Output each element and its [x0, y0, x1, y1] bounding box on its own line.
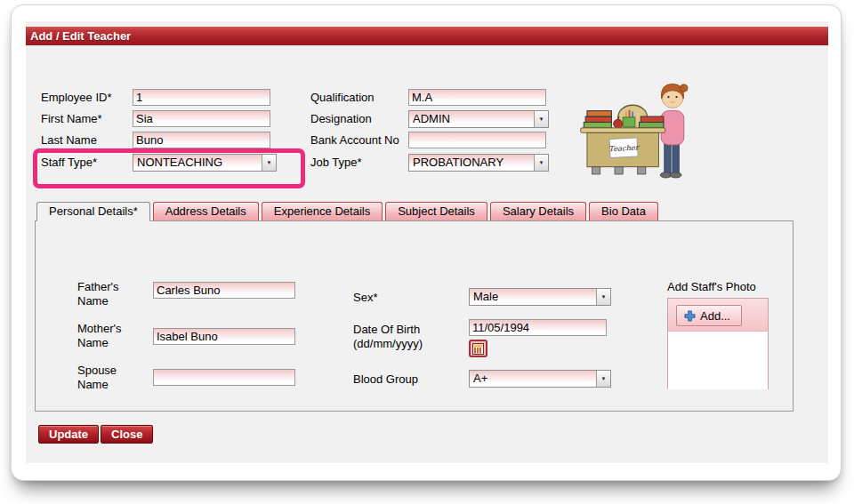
spouse-name-field[interactable] [153, 369, 295, 386]
mothers-name-label: Mother's Name [77, 322, 134, 350]
form-page: Add / Edit Teacher Employee ID* First Na… [26, 21, 828, 463]
personal-details-panel: Father's Name Mother's Name Spouse Name … [35, 220, 794, 412]
chevron-down-icon[interactable]: ▼ [262, 155, 276, 171]
mothers-name-field[interactable] [153, 328, 295, 345]
tab-address-details[interactable]: Address Details [153, 202, 259, 220]
last-name-field[interactable] [133, 132, 270, 148]
tab-subject-details[interactable]: Subject Details [385, 202, 487, 220]
app-window: Add / Edit Teacher Employee ID* First Na… [11, 4, 842, 481]
chevron-down-icon[interactable]: ▼ [534, 111, 548, 127]
add-photo-button[interactable]: Add... [676, 305, 742, 326]
staff-type-label: Staff Type* [41, 156, 97, 170]
spouse-name-label: Spouse Name [77, 364, 134, 392]
job-type-label: Job Type* [310, 156, 362, 170]
photo-panel-header: Add... [668, 299, 768, 332]
staff-type-select[interactable]: NONTEACHING ▼ [133, 154, 277, 172]
designation-select[interactable]: ADMIN ▼ [408, 110, 549, 128]
qualification-label: Qualification [310, 91, 375, 105]
update-button[interactable]: Update [38, 425, 99, 444]
plus-icon [684, 310, 696, 322]
teacher-clipart-image: Teacher [577, 71, 691, 181]
sex-select[interactable]: Male ▼ [469, 288, 611, 306]
fathers-name-label: Father's Name [77, 280, 134, 308]
bank-account-field[interactable] [408, 132, 546, 148]
tab-personal-details[interactable]: Personal Details* [36, 202, 150, 221]
tab-salary-details[interactable]: Salary Details [490, 202, 586, 220]
add-staff-photo-label: Add Staff's Photo [667, 280, 756, 294]
close-button[interactable]: Close [101, 425, 153, 444]
tab-bio-data[interactable]: Bio Data [589, 202, 658, 220]
job-type-select[interactable]: PROBATIONARY ▼ [408, 154, 549, 172]
tab-experience-details[interactable]: Experience Details [262, 202, 383, 220]
qualification-field[interactable] [408, 89, 546, 106]
chevron-down-icon[interactable]: ▼ [596, 371, 610, 387]
blood-group-select[interactable]: A+ ▼ [469, 370, 611, 388]
calendar-icon[interactable] [469, 340, 487, 357]
bank-account-label: Bank Account No [310, 133, 399, 148]
blood-group-label: Blood Group [353, 372, 418, 387]
designation-label: Designation [310, 112, 372, 126]
page-title: Add / Edit Teacher [26, 27, 828, 45]
employee-id-field[interactable] [133, 89, 270, 106]
dob-label: Date Of Birth (dd/mm/yyyy) [353, 323, 423, 351]
fathers-name-field[interactable] [153, 282, 295, 299]
chevron-down-icon[interactable]: ▼ [534, 155, 548, 171]
sex-label: Sex* [353, 291, 377, 305]
last-name-label: Last Name [41, 133, 97, 148]
dob-field[interactable] [469, 319, 607, 336]
teacher-sign-text: Teacher [608, 143, 640, 154]
first-name-field[interactable] [133, 110, 270, 127]
staff-photo-panel: Add... [667, 298, 769, 389]
detail-tabs: Personal Details* Address Details Experi… [36, 202, 658, 221]
photo-preview-area [668, 332, 768, 389]
first-name-label: First Name* [41, 112, 102, 126]
chevron-down-icon[interactable]: ▼ [596, 289, 610, 305]
employee-id-label: Employee ID* [41, 91, 111, 105]
